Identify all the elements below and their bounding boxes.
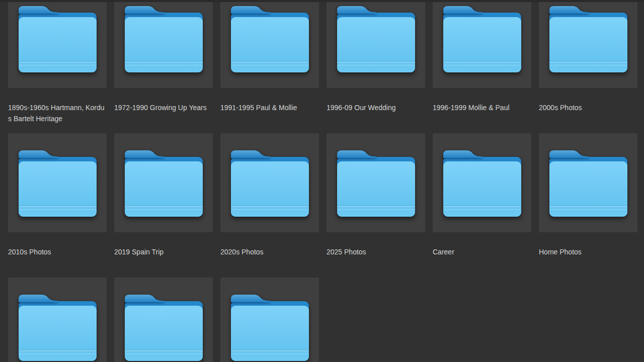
folder-item[interactable]: [8, 278, 107, 362]
folder-label[interactable]: 2025 Photos: [327, 246, 425, 257]
folder-icon: [19, 6, 97, 72]
folder-tile[interactable]: [220, 0, 319, 88]
folder-tile[interactable]: [433, 0, 531, 88]
folder-item[interactable]: Career: [433, 133, 531, 278]
folder-icon: [125, 150, 203, 217]
folder-tile[interactable]: [220, 133, 319, 232]
folder-tile[interactable]: [114, 0, 213, 88]
folder-item[interactable]: 1996-09 Our Wedding: [327, 0, 425, 133]
folder-item[interactable]: 2010s Photos: [8, 133, 107, 278]
folder-tile[interactable]: [114, 133, 213, 232]
folder-item[interactable]: 2019 Spain Trip: [114, 133, 213, 278]
folder-label[interactable]: 1991-1995 Paul & Mollie: [220, 102, 319, 113]
folder-icon: [443, 150, 521, 217]
folder-icon: [549, 6, 627, 72]
folder-label[interactable]: Career: [433, 246, 531, 257]
folder-label[interactable]: 2020s Photos: [220, 246, 319, 257]
folder-icon: [231, 150, 309, 217]
folder-label[interactable]: 1996-09 Our Wedding: [327, 102, 425, 113]
folder-label[interactable]: 1890s-1960s Hartmann, Kordus Bartelt Her…: [8, 102, 107, 124]
folder-icon: [231, 6, 309, 72]
folder-label[interactable]: 1996-1999 Mollie & Paul: [433, 102, 531, 113]
folder-icon: [125, 294, 203, 361]
folder-icon: [549, 150, 627, 217]
folder-label[interactable]: 2019 Spain Trip: [114, 246, 213, 257]
folder-item[interactable]: 2020s Photos: [220, 133, 319, 278]
folder-item[interactable]: 1972-1990 Growing Up Years: [114, 0, 213, 133]
content-panel: 1890s-1960s Hartmann, Kordus Bartelt Her…: [0, 0, 644, 362]
folder-icon: [337, 150, 415, 217]
folder-tile[interactable]: [114, 278, 213, 362]
folder-tile[interactable]: [539, 133, 637, 232]
folder-tile[interactable]: [8, 133, 107, 232]
folder-item[interactable]: Home Photos: [539, 133, 637, 278]
folder-icon: [125, 6, 203, 72]
folder-grid: 1890s-1960s Hartmann, Kordus Bartelt Her…: [0, 0, 637, 362]
folder-tile[interactable]: [327, 133, 425, 232]
folder-tile[interactable]: [327, 0, 425, 88]
folder-tile[interactable]: [539, 0, 637, 88]
folder-icon: [337, 6, 415, 72]
folder-icon: [19, 150, 97, 217]
folder-tile[interactable]: [8, 0, 107, 88]
folder-tile[interactable]: [8, 278, 107, 362]
folder-label[interactable]: 2000s Photos: [539, 102, 637, 113]
top-edge-divider: [0, 0, 644, 2]
folder-label[interactable]: 1972-1990 Growing Up Years: [114, 102, 213, 113]
folder-item[interactable]: 1991-1995 Paul & Mollie: [220, 0, 319, 133]
folder-tile[interactable]: [220, 278, 319, 362]
folder-item[interactable]: 1996-1999 Mollie & Paul: [433, 0, 531, 133]
folder-item[interactable]: 2000s Photos: [539, 0, 637, 133]
folder-item[interactable]: 2025 Photos: [327, 133, 425, 278]
folder-label[interactable]: 2010s Photos: [8, 246, 107, 257]
folder-label[interactable]: Home Photos: [539, 246, 637, 257]
folder-icon: [443, 6, 521, 72]
folder-item[interactable]: 1890s-1960s Hartmann, Kordus Bartelt Her…: [8, 0, 107, 133]
folder-icon: [19, 294, 97, 361]
folder-item[interactable]: [220, 278, 319, 362]
folder-tile[interactable]: [433, 133, 531, 232]
folder-item[interactable]: [114, 278, 213, 362]
folder-icon: [231, 294, 309, 361]
